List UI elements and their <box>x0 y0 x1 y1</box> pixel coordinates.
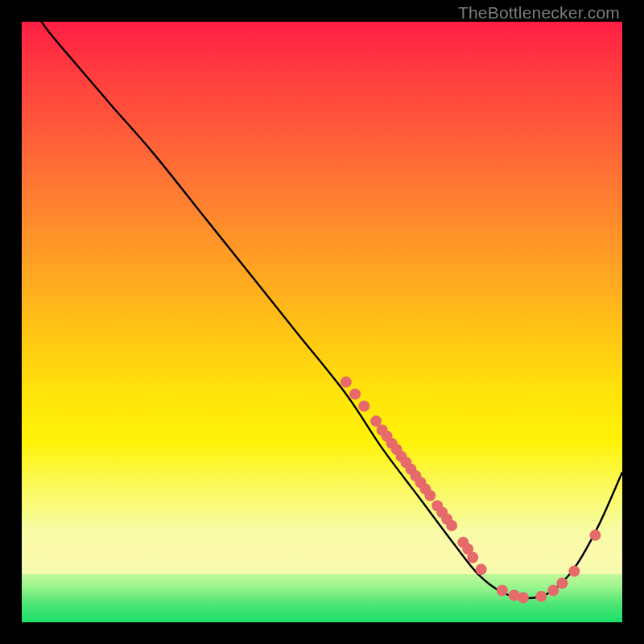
chart-marker <box>349 389 361 400</box>
chart-marker <box>518 592 529 603</box>
chart-marker <box>446 520 457 531</box>
chart-marker <box>568 566 580 577</box>
chart-marker <box>547 584 559 596</box>
chart-marker <box>497 584 508 596</box>
attribution-text: TheBottlenecker.com <box>458 3 620 23</box>
chart-svg <box>22 22 622 622</box>
plot-area <box>22 22 622 622</box>
chart-marker <box>589 530 601 541</box>
chart-marker <box>358 400 369 411</box>
chart-stage: TheBottlenecker.com <box>0 0 644 644</box>
chart-marker <box>467 551 478 563</box>
chart-markers <box>341 377 601 604</box>
chart-marker <box>341 377 352 388</box>
chart-marker <box>535 591 547 602</box>
chart-marker <box>556 578 568 589</box>
chart-marker <box>424 490 436 502</box>
chart-curve <box>22 22 622 598</box>
chart-marker <box>476 564 487 575</box>
